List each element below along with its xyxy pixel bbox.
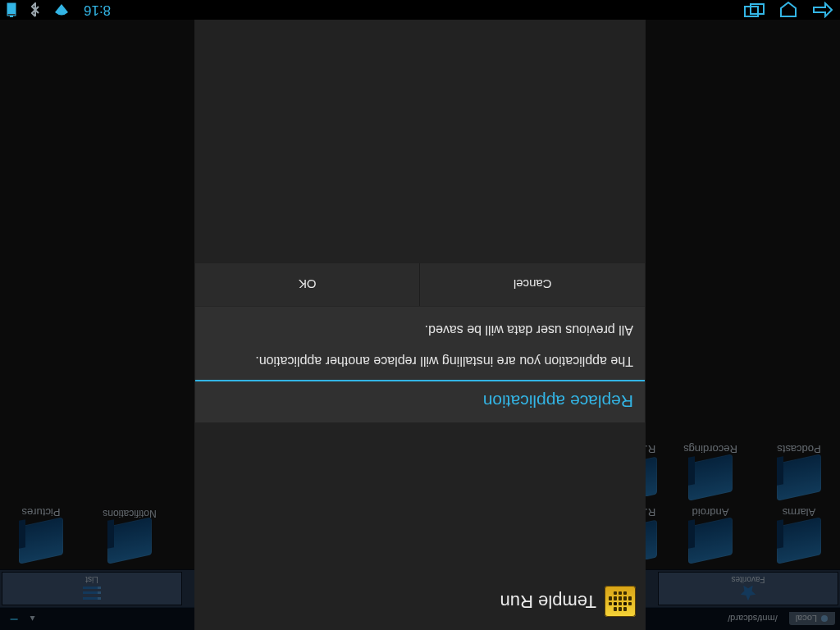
cancel-button[interactable]: Cancel — [421, 263, 646, 306]
system-bar: 8:16 — [0, 0, 840, 20]
replace-app-dialog: Replace application The application you … — [194, 262, 646, 423]
app-icon — [605, 586, 636, 617]
dialog-body: The application you are installing will … — [195, 307, 645, 380]
recents-icon[interactable] — [743, 2, 765, 17]
svg-rect-5 — [10, 16, 13, 17]
installer-app-name: Temple Run — [500, 591, 596, 612]
dialog-title: Replace application — [195, 380, 645, 422]
clock: 8:16 — [84, 2, 111, 18]
battery-icon — [7, 2, 16, 17]
back-icon[interactable] — [812, 2, 833, 18]
wifi-icon — [54, 2, 69, 17]
svg-rect-4 — [7, 3, 16, 14]
bluetooth-icon — [31, 2, 39, 17]
ok-button[interactable]: OK — [195, 263, 421, 306]
home-icon[interactable] — [779, 2, 797, 18]
dialog-message-2: All previous user data will be saved. — [207, 322, 633, 340]
dialog-message-1: The application you are installing will … — [207, 352, 633, 370]
